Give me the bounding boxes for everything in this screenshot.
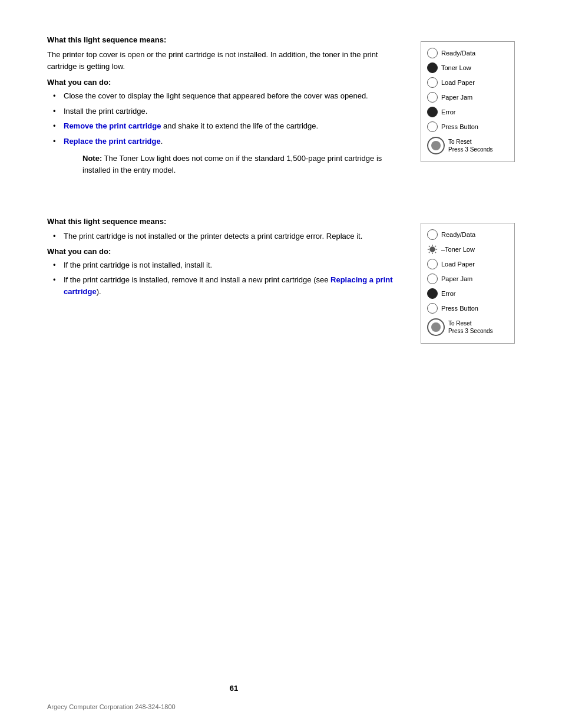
section-1-bullets: Close the cover to display the light seq… (47, 90, 403, 147)
led-label-paper-jam-2: Paper Jam (441, 275, 472, 282)
page-number: 61 (230, 684, 238, 693)
reset-label-line2-2: Press 3 Seconds (448, 328, 493, 334)
section-1-subheading: What you can do: (47, 78, 403, 87)
section-1-body: The printer top cover is open or the pri… (47, 49, 403, 72)
led-label-load-paper-1: Load Paper (441, 79, 475, 86)
section-1-content: What this light sequence means: The prin… (47, 35, 403, 176)
led-label-ready-data-1: Ready/Data (441, 50, 475, 57)
section-2-content: What this light sequence means: The prin… (47, 217, 403, 344)
reset-circle-2 (427, 318, 445, 336)
note-label: Note: (82, 154, 102, 163)
led-label-press-button-1: Press Button (441, 123, 478, 130)
note-text: The Toner Low light does not come on if … (82, 154, 382, 174)
page-number-container: 61 (0, 684, 468, 693)
bullet-text: If the print cartridge is not installed,… (64, 261, 212, 269)
led-press-button-2 (427, 303, 438, 314)
list-item: If the print cartridge is not installed,… (53, 259, 403, 271)
reset-label-line1-2: To Reset (448, 320, 471, 327)
section-2-heading: What this light sequence means: (47, 217, 403, 226)
led-label-toner-low-1: Toner Low (441, 64, 471, 71)
reset-label-line2: Press 3 Seconds (448, 146, 493, 153)
reset-btn-row-2: To Reset Press 3 Seconds (427, 318, 508, 336)
svg-line-8 (429, 252, 430, 253)
bullet-text: The print cartridge is not installed or … (64, 232, 362, 241)
bullet-text-end: ). (97, 287, 101, 296)
bullet-text: Install the print cartridge. (64, 107, 147, 116)
led-row-paper-jam-1: Paper Jam (427, 92, 508, 103)
svg-line-7 (435, 246, 436, 247)
reset-inner-2 (431, 322, 441, 332)
bullet-text: Close the cover to display the light seq… (64, 91, 368, 100)
reset-btn-row-1: To Reset Press 3 Seconds (427, 137, 508, 154)
led-load-paper-1 (427, 77, 438, 88)
led-panel-1: Ready/Data Toner Low Load Paper Paper Ja… (421, 41, 515, 162)
led-label-load-paper-2: Load Paper (441, 261, 475, 268)
list-item: Remove the print cartridge and shake it … (53, 120, 403, 132)
led-row-load-paper-1: Load Paper (427, 77, 508, 88)
led-label-error-2: Error (441, 290, 455, 297)
list-item: If the print cartridge is installed, rem… (53, 274, 403, 297)
led-row-ready-data-2: Ready/Data (427, 229, 508, 240)
led-ready-data-2 (427, 229, 438, 240)
led-press-button-1 (427, 121, 438, 132)
section-1-heading: What this light sequence means: (47, 35, 403, 44)
svg-line-6 (435, 252, 436, 253)
reset-label-1: To Reset Press 3 Seconds (448, 138, 493, 153)
led-row-ready-data-1: Ready/Data (427, 48, 508, 58)
led-label-ready-data-2: Ready/Data (441, 231, 475, 238)
section-2-bullets: If the print cartridge is not installed,… (47, 259, 403, 298)
led-row-press-button-1: Press Button (427, 121, 508, 132)
led-ready-data-1 (427, 48, 438, 58)
reset-inner-1 (431, 141, 441, 150)
led-row-press-button-2: Press Button (427, 303, 508, 314)
list-item: Install the print cartridge. (53, 106, 403, 117)
led-load-paper-2 (427, 259, 438, 269)
list-item: The print cartridge is not installed or … (53, 230, 403, 242)
section-2: What this light sequence means: The prin… (47, 217, 515, 344)
bullet-text: and shake it to extend the life of the c… (161, 121, 318, 130)
page: What this light sequence means: The prin… (0, 0, 562, 728)
led-row-error-1: Error (427, 107, 508, 117)
led-row-toner-low-2: –Toner Low (427, 244, 508, 255)
replace-cartridge-link[interactable]: Replace the print cartridge (64, 137, 161, 146)
svg-line-5 (429, 246, 430, 247)
led-label-paper-jam-1: Paper Jam (441, 94, 472, 101)
footer-company: Argecy Computer Corporation 248-324-1800 (47, 703, 176, 710)
led-row-toner-low-1: Toner Low (427, 62, 508, 73)
bullet-text: If the print cartridge is installed, rem… (64, 275, 330, 284)
bullet-text: . (161, 137, 163, 146)
led-toner-low-1 (427, 62, 438, 73)
reset-label-line1: To Reset (448, 139, 471, 145)
led-toner-low-sun-2 (427, 244, 438, 255)
reset-label-2: To Reset Press 3 Seconds (448, 319, 493, 335)
led-label-press-button-2: Press Button (441, 305, 478, 312)
svg-point-0 (430, 247, 435, 252)
led-label-toner-low-2: –Toner Low (441, 246, 475, 253)
section-2-subheading: What you can do: (47, 247, 403, 256)
section-1-note: Note: The Toner Low light does not come … (82, 153, 403, 176)
led-error-2 (427, 288, 438, 299)
led-label-error-1: Error (441, 108, 455, 116)
led-error-1 (427, 107, 438, 117)
remove-cartridge-link[interactable]: Remove the print cartridge (64, 121, 161, 130)
section-gap (47, 199, 515, 217)
led-row-error-2: Error (427, 288, 508, 299)
led-panel-2: Ready/Data (421, 223, 515, 344)
led-paper-jam-2 (427, 274, 438, 284)
reset-circle-1 (427, 137, 445, 154)
section-2-intro-bullets: The print cartridge is not installed or … (47, 230, 403, 242)
list-item: Replace the print cartridge. (53, 136, 403, 147)
list-item: Close the cover to display the light seq… (53, 90, 403, 102)
section-1: What this light sequence means: The prin… (47, 35, 515, 176)
led-paper-jam-1 (427, 92, 438, 103)
led-row-paper-jam-2: Paper Jam (427, 274, 508, 284)
led-row-load-paper-2: Load Paper (427, 259, 508, 269)
